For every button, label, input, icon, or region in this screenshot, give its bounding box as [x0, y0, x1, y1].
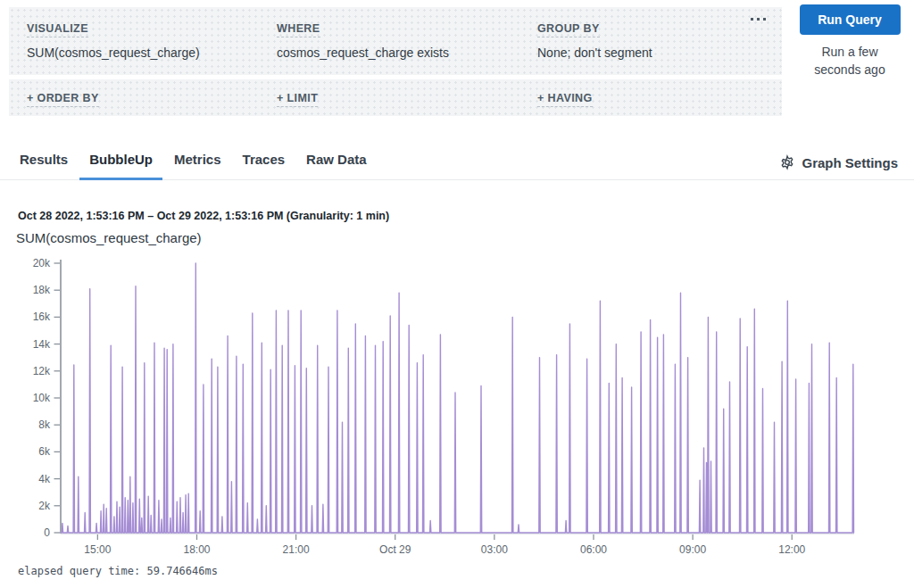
results-tab-bar: Results BubbleUp Metrics Traces Raw Data… [0, 145, 914, 180]
y-axis-tick-label: 10k [33, 392, 51, 404]
tab-metrics[interactable]: Metrics [164, 152, 231, 180]
group-by-clause[interactable]: GROUP BY None; don't segment [537, 20, 800, 75]
y-axis-tick-label: 14k [33, 338, 51, 351]
x-axis-tick-label: 12:00 [778, 543, 805, 556]
y-axis-tick-label: 20k [33, 257, 51, 269]
tab-results[interactable]: Results [10, 152, 78, 180]
where-label[interactable]: WHERE [277, 22, 320, 37]
visualize-value[interactable]: SUM(cosmos_request_charge) [27, 46, 277, 60]
ellipsis-icon [757, 18, 760, 21]
ellipsis-icon [751, 18, 753, 21]
timeseries-chart-svg[interactable]: 02k4k6k8k10k12k14k16k18k20k15:0018:0021:… [0, 253, 914, 565]
query-clauses-row: VISUALIZE SUM(cosmos_request_charge) WHE… [9, 7, 782, 75]
graph-settings-label: Graph Settings [802, 155, 898, 170]
add-limit-button[interactable]: + LIMIT [277, 92, 318, 107]
visualize-label[interactable]: VISUALIZE [27, 22, 88, 37]
tab-traces[interactable]: Traces [233, 152, 295, 180]
chart-title: SUM(cosmos_request_charge) [16, 230, 202, 245]
run-status: Run a few seconds ago [791, 44, 909, 79]
ellipsis-icon [763, 18, 766, 21]
query-builder-panel: VISUALIZE SUM(cosmos_request_charge) WHE… [9, 7, 782, 116]
time-range-label: Oct 28 2022, 1:53:16 PM – Oct 29 2022, 1… [18, 210, 389, 222]
query-add-clauses-row: + ORDER BY + LIMIT + HAVING [9, 79, 782, 116]
where-value[interactable]: cosmos_request_charge exists [277, 46, 537, 60]
x-axis-tick-label: 06:00 [580, 543, 607, 556]
x-axis-tick-label: 18:00 [183, 543, 210, 556]
where-clause[interactable]: WHERE cosmos_request_charge exists [277, 20, 537, 75]
tab-bubbleup[interactable]: BubbleUp [79, 152, 162, 180]
y-axis-tick-label: 12k [33, 365, 51, 377]
add-order-by-button[interactable]: + ORDER BY [27, 92, 99, 107]
run-query-button[interactable]: Run Query [800, 4, 901, 35]
y-axis-tick-label: 0 [44, 526, 50, 539]
group-by-value[interactable]: None; don't segment [537, 46, 800, 60]
run-status-line2: seconds ago [791, 62, 909, 79]
x-axis-tick-label: 03:00 [481, 543, 508, 556]
y-axis-tick-label: 18k [33, 284, 51, 296]
x-axis-tick-label: Oct 29 [379, 543, 411, 556]
series-line[interactable] [61, 263, 854, 533]
more-options-button[interactable] [747, 14, 769, 24]
run-query-area: Run Query Run a few seconds ago [791, 4, 909, 79]
run-status-line1: Run a few [791, 44, 909, 62]
tab-raw-data[interactable]: Raw Data [296, 152, 377, 180]
elapsed-query-time: elapsed query time: 59.746646ms [18, 565, 218, 577]
visualize-clause[interactable]: VISUALIZE SUM(cosmos_request_charge) [27, 20, 277, 75]
gear-icon [779, 154, 795, 170]
y-axis-tick-label: 6k [38, 445, 51, 458]
y-axis-tick-label: 4k [38, 473, 51, 485]
x-axis-tick-label: 21:00 [283, 543, 310, 556]
y-axis-tick-label: 2k [38, 500, 51, 512]
group-by-label[interactable]: GROUP BY [537, 22, 600, 37]
add-having-button[interactable]: + HAVING [537, 92, 593, 107]
x-axis-tick-label: 09:00 [679, 543, 706, 556]
y-axis-tick-label: 16k [33, 311, 51, 323]
y-axis-tick-label: 8k [38, 418, 51, 431]
timeseries-chart[interactable]: 02k4k6k8k10k12k14k16k18k20k15:0018:0021:… [0, 253, 914, 565]
x-axis-tick-label: 15:00 [84, 543, 111, 556]
graph-settings-button[interactable]: Graph Settings [779, 154, 898, 179]
